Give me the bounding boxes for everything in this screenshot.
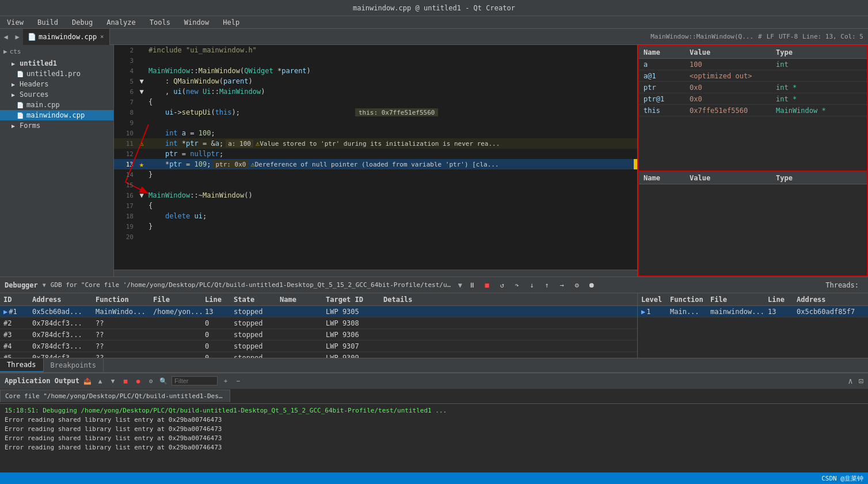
output-settings-btn[interactable]: ⚙ (146, 376, 155, 385)
line-number: 12 (114, 150, 137, 158)
menu-window[interactable]: Window (182, 17, 211, 28)
frame-address: 0x5cb60adf85f7 (793, 307, 862, 316)
frame-level: ▶1 (638, 307, 667, 316)
thread-row[interactable]: #3 0x784dcf3... ?? 0 stopped LWP 9306 (0, 329, 637, 341)
line-number: 20 (114, 233, 137, 241)
sidebar-item-forms[interactable]: ▶ Forms (0, 120, 113, 131)
thread-state: stopped (230, 307, 276, 316)
output-stop-btn[interactable]: ■ (121, 376, 130, 385)
debug-settings-btn[interactable]: ⚙ (572, 280, 582, 290)
menu-tools[interactable]: Tools (147, 17, 173, 28)
debug-var-row[interactable]: a@1 <optimized out> (639, 70, 867, 82)
thread-details (380, 311, 426, 312)
var-type: int (771, 60, 840, 69)
sidebar-item-headers[interactable]: ▶ Headers (0, 79, 113, 89)
debugger-dropdown[interactable]: GDB for "Core file '/home/yong/Desktop/P… (51, 281, 454, 289)
tab-nav-left[interactable]: ◀ (0, 29, 12, 45)
stack-frame-row[interactable]: ▶1 Main... mainwindow.... 13 0x5cb60adf8… (638, 306, 868, 317)
bottom-section: Debugger ▼ GDB for "Core file '/home/yon… (0, 277, 868, 472)
output-add-btn[interactable]: + (221, 376, 230, 385)
tab-breakpoints[interactable]: Breakpoints (44, 359, 104, 372)
sidebar-item-main-cpp[interactable]: 📄 main.cpp (0, 100, 113, 110)
debug-var-row[interactable]: a 100 int (639, 59, 867, 70)
sidebar-item-untitled1[interactable]: ▶ untitled1 (0, 58, 113, 69)
var-type (771, 75, 840, 77)
tab-info: MainWindow::MainWindow(Q... # LF UTF-8 L… (646, 33, 868, 40)
debug-pause-btn[interactable]: ⏸ (467, 280, 477, 290)
output-filter-input[interactable] (172, 376, 218, 385)
code-content[interactable]: 2 #include "ui_mainwindow.h" 3 4 MainWin… (114, 45, 637, 270)
output-up-btn[interactable]: ▲ (96, 376, 105, 385)
sidebar-item-sources[interactable]: ▶ Sources (0, 89, 113, 100)
thread-address: 0x784dcf3... (29, 342, 92, 351)
sidebar-projects-header[interactable]: ▶ cts (0, 46, 113, 57)
menu-build[interactable]: Build (35, 17, 60, 28)
active-editor-tab[interactable]: 📄 mainwindow.cpp × (23, 29, 110, 45)
line-number: 4 (114, 67, 137, 75)
code-editor: 2 #include "ui_mainwindow.h" 3 4 MainWin… (114, 45, 638, 277)
sidebar-item-untitled1pro[interactable]: 📄 untitled1.pro (0, 69, 113, 79)
debugger-dropdown-arrow[interactable]: ▼ (458, 281, 462, 289)
menu-view[interactable]: View (5, 17, 26, 28)
debug-stop-btn[interactable]: ■ (482, 280, 492, 290)
debugger-expand-icon: ▼ (43, 282, 46, 288)
thread-id: #5 (0, 353, 29, 358)
debug-step-over-btn[interactable]: ↷ (512, 280, 522, 290)
expand-icon: ▶ (9, 92, 17, 98)
horizontal-scrollbar[interactable] (114, 270, 637, 277)
line-content: ptr = nullptr; (146, 150, 637, 158)
debug-step-in-btn[interactable]: ↓ (527, 280, 537, 290)
thread-details (380, 323, 426, 324)
editor-tabs: ◀ ▶ 📄 mainwindow.cpp × MainWindow::MainW… (0, 29, 868, 45)
thread-row[interactable]: ▶#1 0x5cb60ad... MainWindo... /home/yon.… (0, 306, 637, 317)
sidebar: ▶ cts ▶ untitled1 📄 untitled1.pro ▶ Head… (0, 45, 114, 277)
bottom-tabs: Threads Breakpoints (0, 358, 868, 373)
code-line-active: 13 ★ *ptr = 109;ptr: 0x0⚠Dereference of … (114, 159, 637, 169)
file-icon: 📄 (16, 71, 24, 77)
thread-row[interactable]: #4 0x784dcf3... ?? 0 stopped LWP 9307 (0, 341, 637, 352)
thread-id: #3 (0, 330, 29, 339)
code-line: 4 MainWindow::MainWindow(QWidget *parent… (114, 66, 637, 76)
debug-var-row[interactable]: ptr@1 0x0 int * (639, 93, 867, 105)
menu-analyze[interactable]: Analyze (104, 17, 138, 28)
thread-row[interactable]: #2 0x784dcf3... ?? 0 stopped LWP 9308 (0, 317, 637, 329)
col-details: Details (380, 294, 426, 305)
debug-run-line-btn[interactable]: → (557, 280, 567, 290)
frame-function: Main... (667, 307, 707, 316)
debug-var-row[interactable]: this 0x7ffe51ef5560 MainWindow * (639, 105, 867, 116)
debug-record-btn[interactable]: ⏺ (587, 280, 597, 290)
output-to-file-btn[interactable]: 📤 (83, 376, 92, 385)
debug-restart-btn[interactable]: ↺ (497, 280, 507, 290)
thread-line: 0 (201, 342, 230, 351)
expand-icon: ▶ (9, 60, 17, 67)
output-search-icon: 🔍 (159, 376, 168, 385)
thread-name (276, 334, 322, 335)
projects-label: cts (10, 48, 21, 55)
tab-nav-right[interactable]: ▶ (12, 29, 23, 45)
debug-var-row[interactable]: ptr 0x0 int * (639, 82, 867, 93)
line-marker: ▼ (137, 191, 146, 199)
output-clear-btn[interactable]: ● (134, 376, 143, 385)
tab-threads[interactable]: Threads (0, 358, 44, 372)
var-type: MainWindow * (771, 106, 840, 115)
debug-panel: Name Value Type a 100 int a@1 <optimized… (638, 45, 868, 277)
line-indicator (634, 159, 637, 169)
tab-position: Line: 13, Col: 5 (802, 33, 863, 40)
thread-row[interactable]: #5 0x784dcf3... ?? 0 stopped LWP 9309 (0, 352, 637, 358)
line-content: : QMainWindow(parent) (146, 77, 637, 85)
status-bar: CSDN @韭菜钟 (0, 472, 868, 484)
menu-help[interactable]: Help (220, 17, 242, 28)
thread-target-id: LWP 9307 (322, 342, 380, 351)
output-collapse-btn[interactable]: ∧ (848, 376, 852, 385)
menu-debug[interactable]: Debug (70, 17, 95, 28)
var-name: this (639, 106, 685, 115)
output-remove-btn[interactable]: − (234, 376, 243, 385)
tab-close-button[interactable]: × (99, 33, 105, 40)
debug-step-out-btn[interactable]: ↑ (542, 280, 552, 290)
thread-name (276, 346, 322, 347)
line-content: *ptr = 109;ptr: 0x0⚠Dereference of null … (146, 160, 637, 168)
output-maximize-btn[interactable]: ⊡ (859, 376, 863, 385)
sidebar-item-mainwindow-cpp[interactable]: 📄 mainwindow.cpp (0, 110, 113, 120)
output-tab-core[interactable]: Core file "/home/yong/Desktop/PLC/Qt/bui… (0, 390, 230, 402)
output-down-btn[interactable]: ▼ (108, 376, 117, 385)
